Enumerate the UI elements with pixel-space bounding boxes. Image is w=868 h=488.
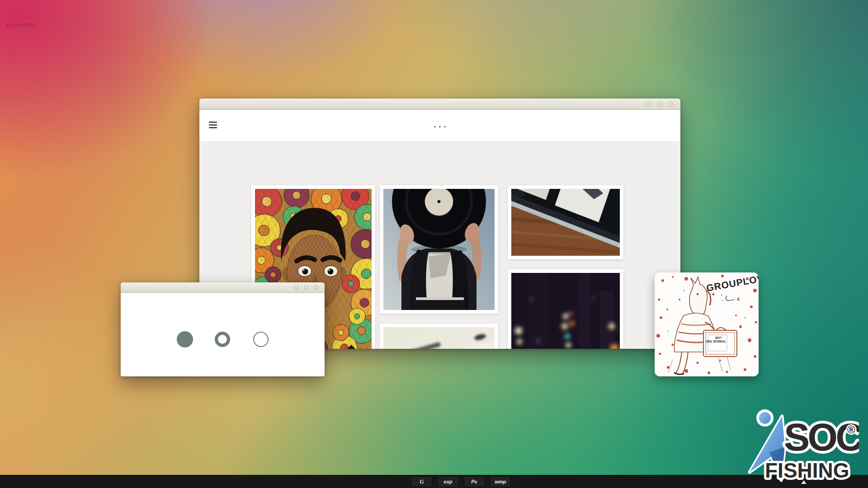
soc-fishing-logo: SOC ® FISHING <box>741 404 859 486</box>
wallpaper-id-text: 1151447823 <box>6 23 35 28</box>
option-thick-ring[interactable] <box>215 332 230 347</box>
window-controls <box>646 102 673 107</box>
soc-fishing-logo-graphic: SOC ® FISHING <box>741 404 859 486</box>
album-art-card[interactable]: TONGUE TIED LIVE GROUPLOVE <box>655 272 759 376</box>
gallery-header <box>199 110 680 141</box>
window-controls <box>294 286 318 290</box>
taskbar-item-wmp[interactable]: wmp <box>491 477 510 486</box>
overflow-dots-icon[interactable] <box>434 126 446 127</box>
tile-image-beach-print <box>383 327 495 349</box>
options-window-titlebar[interactable] <box>121 282 325 293</box>
taskbar-items: G exp Ps wmp <box>412 477 510 486</box>
taskbar: G exp Ps wmp <box>0 475 868 488</box>
album-paper-line2: LIVE <box>715 336 722 339</box>
logo-registered-mark: ® <box>847 423 855 436</box>
option-thin-ring[interactable] <box>253 332 269 347</box>
minimize-button[interactable] <box>646 102 651 107</box>
gallery-window-titlebar[interactable] <box>199 99 680 110</box>
taskbar-item-exp[interactable]: exp <box>439 477 458 486</box>
tile-image-vinyl-face <box>383 189 495 310</box>
taskbar-item-exp-label: exp <box>444 479 453 484</box>
taskbar-item-wmp-label: wmp <box>495 479 506 484</box>
taskbar-item-ps-label: Ps <box>471 479 477 484</box>
minimize-button[interactable] <box>294 286 298 290</box>
tile-tablet-desk[interactable] <box>508 185 623 259</box>
close-button[interactable] <box>668 102 673 107</box>
options-window-body <box>121 293 325 376</box>
taskbar-item-g-label: G <box>420 478 424 485</box>
hamburger-menu-icon[interactable] <box>209 122 217 128</box>
tile-vinyl-face[interactable] <box>380 185 498 314</box>
album-art-illustration: TONGUE TIED LIVE GROUPLOVE <box>655 272 759 376</box>
options-window <box>121 282 325 376</box>
maximize-button[interactable] <box>304 286 308 290</box>
tile-night-bokeh[interactable] <box>508 269 623 349</box>
tile-beach-print[interactable] <box>380 324 498 349</box>
tile-image-tablet-desk <box>511 189 620 256</box>
album-paper-line1: TONGUE TIED <box>705 340 726 343</box>
taskbar-item-ps[interactable]: Ps <box>465 477 484 486</box>
tile-image-night-bokeh <box>511 273 620 349</box>
option-filled-circle[interactable] <box>177 331 193 347</box>
taskbar-item-g[interactable]: G <box>412 477 431 486</box>
logo-line1: SOC <box>784 415 859 459</box>
maximize-button[interactable] <box>657 102 662 107</box>
logo-line2: FISHING <box>765 459 849 482</box>
close-button[interactable] <box>314 286 318 290</box>
